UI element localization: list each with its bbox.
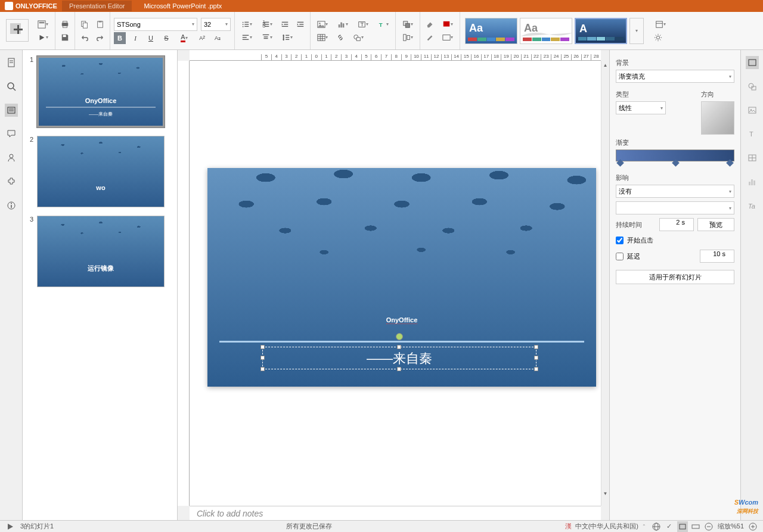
slides-panel-icon[interactable]: [5, 104, 18, 117]
undo-button[interactable]: [79, 32, 91, 43]
decrease-indent-button[interactable]: [279, 18, 291, 30]
thumbnail-item[interactable]: 1 OnyOffice——来自秦: [26, 56, 173, 127]
play-button[interactable]: ▾: [35, 32, 51, 43]
paste-button[interactable]: [94, 18, 106, 30]
gradient-slider[interactable]: [616, 150, 734, 161]
line-spacing-button[interactable]: ▾: [279, 32, 296, 43]
table-settings-icon[interactable]: [746, 151, 759, 164]
notes-area[interactable]: Click to add notes: [190, 506, 601, 520]
font-color-button[interactable]: A▾: [176, 32, 193, 44]
comments-icon[interactable]: [5, 127, 18, 141]
insert-link-button[interactable]: [334, 32, 346, 43]
apply-all-button[interactable]: 适用于所有幻灯片: [616, 270, 734, 284]
about-icon[interactable]: [5, 199, 18, 212]
rotation-handle[interactable]: [396, 333, 403, 340]
bold-button[interactable]: B: [114, 32, 126, 44]
gradient-direction-picker[interactable]: [701, 101, 734, 135]
resize-handle-nw[interactable]: [260, 345, 265, 349]
zoom-level[interactable]: 缩放%51: [718, 522, 744, 531]
align-v-button[interactable]: ▾: [259, 32, 275, 43]
save-button[interactable]: [59, 32, 71, 43]
font-family-select[interactable]: STSong▾: [114, 18, 197, 31]
zoom-out-icon[interactable]: [703, 521, 714, 532]
insert-shape-button[interactable]: ▾: [350, 32, 367, 43]
marker-button[interactable]: [424, 32, 436, 43]
theme-option-1[interactable]: Aa: [465, 18, 517, 44]
gradient-stop-3[interactable]: [726, 159, 734, 167]
gradient-type-select[interactable]: 线性▾: [616, 101, 666, 114]
insert-text-button[interactable]: T▾: [355, 18, 371, 30]
add-slide-button[interactable]: [6, 19, 29, 42]
thumbnail-2[interactable]: wo: [37, 136, 165, 207]
delay-input[interactable]: 10 s: [700, 250, 734, 263]
gradient-stop-2[interactable]: [672, 159, 680, 167]
theme-option-3[interactable]: A: [575, 18, 627, 44]
align-h-button[interactable]: ▾: [238, 32, 255, 43]
background-fill-select[interactable]: 渐变填充▾: [616, 70, 734, 83]
scroll-up-icon[interactable]: ▲: [601, 61, 609, 69]
scroll-down-icon[interactable]: ▼: [601, 489, 609, 497]
thumbnail-item[interactable]: 3 运行镜像: [26, 216, 173, 287]
spellcheck-icon[interactable]: ✓: [664, 521, 675, 532]
collaboration-icon[interactable]: [5, 151, 18, 164]
insert-table-button[interactable]: ▾: [314, 32, 331, 43]
insert-image-button[interactable]: ▾: [314, 18, 331, 30]
strike-button[interactable]: S: [160, 32, 172, 44]
slide-title[interactable]: OnyOffice: [207, 304, 596, 327]
copy-button[interactable]: [79, 18, 91, 30]
subtitle-textbox[interactable]: ——来自秦: [262, 347, 536, 369]
paragraph-settings-icon[interactable]: T: [746, 127, 759, 141]
print-button[interactable]: [59, 18, 71, 30]
eraser-button[interactable]: [424, 18, 436, 30]
fit-slide-icon[interactable]: [677, 521, 688, 532]
slide-canvas[interactable]: OnyOffice ——来自秦: [207, 168, 596, 387]
font-size-select[interactable]: 32▾: [201, 18, 231, 31]
fit-width-icon[interactable]: [690, 521, 701, 532]
thumbnail-1[interactable]: OnyOffice——来自秦: [37, 56, 165, 127]
transition-effect-select[interactable]: 没有▾: [616, 185, 734, 198]
transition-subtype-select[interactable]: ▾: [616, 201, 734, 214]
resize-handle-e[interactable]: [534, 356, 538, 360]
resize-handle-se[interactable]: [534, 367, 538, 371]
start-on-click-checkbox[interactable]: 开始点击: [616, 236, 734, 245]
slide-color-button[interactable]: ▾: [439, 18, 456, 30]
subscript-button[interactable]: A₂: [212, 32, 224, 44]
arrange-button[interactable]: ▾: [399, 18, 416, 30]
insert-chart-button[interactable]: ▾: [334, 18, 351, 30]
slide-viewport[interactable]: OnyOffice ——来自秦: [190, 61, 601, 506]
image-settings-icon[interactable]: [746, 104, 759, 117]
resize-handle-s[interactable]: [397, 367, 401, 371]
preview-button[interactable]: 预览: [697, 218, 734, 231]
superscript-button[interactable]: A²: [196, 32, 208, 44]
italic-button[interactable]: I: [129, 32, 141, 44]
delay-checkbox[interactable]: 延迟: [616, 252, 696, 261]
resize-handle-w[interactable]: [260, 356, 265, 360]
thumbnail-3[interactable]: 运行镜像: [37, 216, 165, 287]
gradient-stop-1[interactable]: [616, 159, 624, 167]
underline-button[interactable]: U: [145, 32, 157, 44]
resize-handle-n[interactable]: [397, 345, 401, 349]
set-language-icon[interactable]: [651, 521, 662, 532]
slide-size-button[interactable]: ▾: [439, 32, 456, 43]
shape-settings-icon[interactable]: [746, 80, 759, 93]
thumbnail-item[interactable]: 2 wo: [26, 136, 173, 207]
search-icon[interactable]: [5, 80, 18, 93]
resize-handle-sw[interactable]: [260, 367, 265, 371]
zoom-in-icon[interactable]: [748, 521, 758, 532]
increase-indent-button[interactable]: [294, 18, 306, 30]
duration-input[interactable]: 2 s: [659, 218, 694, 231]
start-slideshow-icon[interactable]: [5, 521, 15, 532]
file-menu-icon[interactable]: [5, 56, 18, 69]
bullets-button[interactable]: ▾: [238, 18, 255, 30]
settings-button[interactable]: [652, 32, 664, 43]
slide-settings-icon[interactable]: [746, 56, 759, 69]
vertical-scrollbar[interactable]: ▲ ▼: [601, 61, 609, 506]
insert-textart-button[interactable]: T▾: [375, 18, 392, 30]
layout-button[interactable]: ▾: [35, 18, 51, 30]
align-objects-button[interactable]: ▾: [399, 32, 416, 43]
numbering-button[interactable]: 123▾: [259, 18, 275, 30]
chart-settings-icon[interactable]: [746, 175, 759, 188]
theme-more-button[interactable]: ▾: [629, 18, 644, 44]
textart-settings-icon[interactable]: Ta: [746, 199, 759, 212]
theme-option-2[interactable]: Aa: [520, 18, 572, 44]
